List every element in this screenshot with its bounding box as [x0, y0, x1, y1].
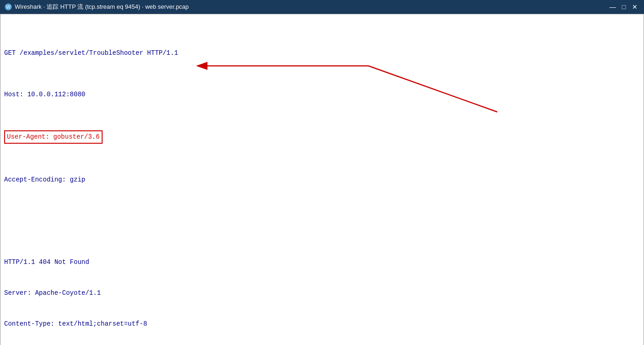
line-server: Server: Apache-Coyote/1.1: [4, 288, 640, 298]
main-window: GET /examples/servlet/TroubleShooter HTT…: [0, 14, 644, 345]
minimize-button[interactable]: —: [608, 2, 617, 12]
maximize-button[interactable]: □: [619, 2, 628, 12]
line-host: Host: 10.0.0.112:8080: [4, 89, 640, 99]
line-accept-encoding: Accept-Encoding: gzip: [4, 175, 640, 185]
titlebar: W Wireshark · 追踪 HTTP 流 (tcp.stream eq 9…: [0, 0, 644, 14]
titlebar-left: W Wireshark · 追踪 HTTP 流 (tcp.stream eq 9…: [5, 3, 189, 11]
wireshark-icon: W: [5, 3, 12, 11]
window-controls: — □ ✕: [608, 2, 639, 12]
line-content-type: Content-Type: text/html;charset=utf-8: [4, 319, 640, 329]
line-user-agent: User-Agent: gobuster/3.6: [4, 130, 640, 143]
packet-content-area[interactable]: GET /examples/servlet/TroubleShooter HTT…: [0, 14, 644, 345]
window-title: Wireshark · 追踪 HTTP 流 (tcp.stream eq 945…: [15, 3, 189, 11]
close-button[interactable]: ✕: [630, 2, 639, 12]
svg-text:W: W: [6, 5, 11, 10]
line-get: GET /examples/servlet/TroubleShooter HTT…: [4, 48, 640, 58]
content-text-block: GET /examples/servlet/TroubleShooter HTT…: [4, 17, 640, 345]
line-http-status: HTTP/1.1 404 Not Found: [4, 257, 640, 267]
user-agent-highlight: User-Agent: gobuster/3.6: [4, 130, 103, 143]
line-blank1: [4, 216, 640, 226]
